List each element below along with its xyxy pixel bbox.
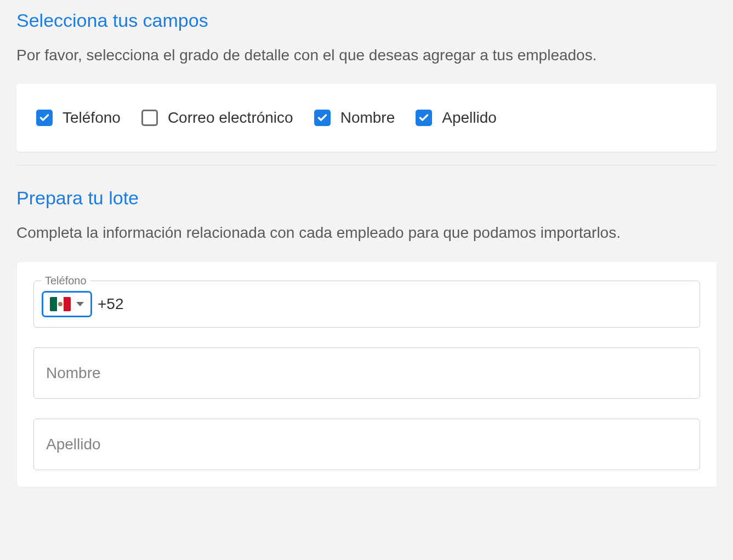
checkbox-label: Correo electrónico bbox=[168, 109, 293, 127]
checkbox-empty-icon bbox=[141, 110, 158, 126]
phone-legend: Teléfono bbox=[42, 275, 90, 287]
checkbox-label: Apellido bbox=[442, 109, 497, 127]
checkbox-correo[interactable]: Correo electrónico bbox=[141, 109, 293, 127]
section2-title: Prepara tu lote bbox=[16, 187, 717, 209]
checkbox-telefono[interactable]: Teléfono bbox=[36, 109, 121, 127]
chevron-down-icon bbox=[76, 302, 84, 306]
dial-code: +52 bbox=[98, 295, 124, 313]
phone-input-row: +52 bbox=[42, 291, 692, 317]
checkbox-row: Teléfono Correo electrónico Nombre Apell… bbox=[36, 109, 697, 127]
batch-form-card: Teléfono +52 bbox=[16, 261, 717, 487]
divider bbox=[16, 165, 717, 165]
checkmark-icon bbox=[314, 110, 331, 126]
checkmark-icon bbox=[416, 110, 432, 126]
last-name-field[interactable] bbox=[33, 419, 700, 470]
checkmark-icon bbox=[36, 110, 53, 126]
first-name-field[interactable] bbox=[33, 347, 700, 399]
country-code-selector[interactable] bbox=[42, 291, 92, 317]
checkbox-nombre[interactable]: Nombre bbox=[314, 109, 395, 127]
mexico-flag-icon bbox=[50, 297, 71, 311]
fields-card: Teléfono Correo electrónico Nombre Apell… bbox=[16, 84, 717, 152]
checkbox-apellido[interactable]: Apellido bbox=[416, 109, 497, 127]
phone-fieldset: Teléfono +52 bbox=[33, 281, 700, 328]
section1-description: Por favor, selecciona el grado de detall… bbox=[16, 47, 717, 64]
section2-description: Completa la información relacionada con … bbox=[16, 224, 717, 242]
checkbox-label: Teléfono bbox=[62, 109, 121, 127]
section1-title: Selecciona tus campos bbox=[16, 10, 717, 31]
checkbox-label: Nombre bbox=[340, 109, 395, 127]
